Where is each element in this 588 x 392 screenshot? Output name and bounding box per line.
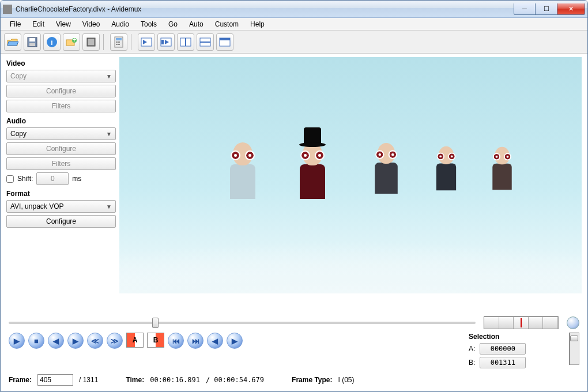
- save-icon[interactable]: [24, 33, 41, 51]
- audio-filters-button[interactable]: Filters: [6, 157, 116, 170]
- stop-button[interactable]: ■: [28, 333, 44, 349]
- layout1-icon[interactable]: [138, 33, 155, 51]
- format-combo[interactable]: AVI, unpack VOP▼: [6, 200, 116, 213]
- timeline-thumb[interactable]: [152, 318, 159, 328]
- audio-codec-value: Copy: [10, 130, 27, 138]
- menu-video[interactable]: Video: [77, 19, 105, 29]
- audio-shift-checkbox[interactable]: [6, 175, 14, 183]
- svg-rect-20: [161, 40, 164, 44]
- video-preview: [119, 57, 582, 293]
- menu-custom[interactable]: Custom: [209, 19, 244, 29]
- svg-rect-11: [116, 38, 122, 40]
- next-frame-button[interactable]: ▶: [67, 333, 84, 349]
- timeline-slider[interactable]: [9, 322, 476, 324]
- svg-text:+: +: [72, 37, 76, 44]
- layout4-icon[interactable]: [197, 33, 214, 51]
- audio-section-head: Audio: [6, 115, 116, 125]
- frametype-label: Frame Type:: [292, 376, 332, 384]
- open-icon[interactable]: [4, 33, 21, 51]
- shift-value-input[interactable]: 0: [36, 172, 69, 185]
- jog-wheel[interactable]: [484, 316, 559, 329]
- audio-configure-button[interactable]: Configure: [6, 142, 116, 155]
- set-marker-b-button[interactable]: B: [147, 333, 164, 348]
- menu-view[interactable]: View: [50, 19, 77, 29]
- selection-b-label: B:: [469, 359, 475, 367]
- menu-tools[interactable]: Tools: [135, 19, 163, 29]
- menu-help[interactable]: Help: [244, 19, 270, 29]
- prev-black-button[interactable]: ◀: [207, 333, 223, 349]
- next-black-button[interactable]: ▶: [227, 333, 243, 349]
- maximize-button[interactable]: ☐: [536, 3, 557, 15]
- chevron-down-icon: ▼: [106, 73, 112, 80]
- film-icon[interactable]: [82, 33, 100, 51]
- toolbar-separator: [131, 34, 134, 50]
- prev-keyframe-button[interactable]: ⏮: [168, 333, 184, 349]
- layout5-icon[interactable]: [216, 33, 233, 51]
- append-icon[interactable]: +: [63, 33, 80, 51]
- volume-slider[interactable]: [569, 333, 579, 365]
- window-title: CharlieChocolateFactory.divx - Avidemux: [16, 5, 514, 13]
- svg-rect-14: [116, 44, 118, 45]
- layout2-icon[interactable]: [157, 33, 175, 51]
- format-configure-button[interactable]: Configure: [6, 215, 116, 228]
- svg-rect-1: [29, 38, 35, 42]
- format-section-head: Format: [6, 187, 116, 198]
- time-total: / 00:00:54.679: [206, 376, 264, 384]
- prev-frame-button[interactable]: ◀: [48, 333, 64, 349]
- svg-rect-13: [118, 42, 120, 43]
- next-keyframe-button[interactable]: ⏭: [187, 333, 203, 349]
- calculator-icon[interactable]: [110, 33, 127, 51]
- audio-codec-combo[interactable]: Copy▼: [6, 127, 116, 140]
- video-codec-value: Copy: [10, 72, 27, 80]
- video-configure-button[interactable]: Configure: [6, 85, 116, 97]
- jog-reset-button[interactable]: [567, 316, 579, 329]
- svg-text:i: i: [51, 39, 52, 47]
- minimize-button[interactable]: ─: [514, 3, 536, 15]
- fastfwd-button[interactable]: ≫: [107, 333, 123, 349]
- selection-head: Selection: [469, 333, 561, 341]
- svg-rect-15: [118, 44, 120, 45]
- toolbar-separator: [103, 34, 107, 50]
- format-value: AVI, unpack VOP: [10, 202, 64, 210]
- chevron-down-icon: ▼: [106, 203, 112, 210]
- video-codec-combo[interactable]: Copy▼: [6, 70, 116, 82]
- video-filters-button[interactable]: Filters: [6, 100, 116, 112]
- menu-audio[interactable]: Audio: [105, 19, 135, 29]
- time-current: 00:00:16.891: [150, 376, 200, 384]
- layout3-icon[interactable]: [177, 33, 194, 51]
- shift-unit: ms: [72, 175, 81, 183]
- titlebar: CharlieChocolateFactory.divx - Avidemux …: [1, 1, 587, 18]
- svg-rect-2: [29, 43, 35, 46]
- shift-label: Shift:: [17, 175, 33, 183]
- chevron-down-icon: ▼: [106, 131, 112, 137]
- frame-label: Frame:: [9, 376, 32, 384]
- menu-auto[interactable]: Auto: [183, 19, 209, 29]
- menu-go[interactable]: Go: [163, 19, 183, 29]
- frame-input[interactable]: [37, 374, 73, 386]
- selection-a-label: A:: [469, 345, 475, 353]
- menu-edit[interactable]: Edit: [27, 19, 50, 29]
- info-icon[interactable]: i: [43, 33, 61, 51]
- rewind-button[interactable]: ≪: [87, 333, 103, 349]
- svg-rect-12: [116, 42, 118, 43]
- frame-total: / 1311: [79, 376, 98, 384]
- selection-b-value[interactable]: 001311: [480, 357, 526, 368]
- selection-a-value[interactable]: 000000: [480, 343, 526, 355]
- app-icon: [3, 5, 12, 14]
- menubar: File Edit View Video Audio Tools Go Auto…: [1, 18, 587, 31]
- set-marker-a-button[interactable]: A: [126, 333, 144, 348]
- frametype-value: I (05): [338, 376, 355, 384]
- svg-rect-9: [88, 39, 94, 45]
- side-panel: Video Copy▼ Configure Filters Audio Copy…: [6, 57, 116, 310]
- close-button[interactable]: ✕: [557, 3, 585, 15]
- time-label: Time:: [126, 376, 144, 384]
- play-button[interactable]: ▶: [9, 333, 25, 349]
- svg-rect-26: [220, 38, 230, 40]
- menu-file[interactable]: File: [4, 19, 27, 29]
- toolbar: i +: [1, 31, 587, 54]
- transport-controls: ▶ ■ ◀ ▶ ≪ ≫ A B ⏮ ⏭ ◀ ▶: [9, 333, 243, 349]
- video-section-head: Video: [6, 57, 116, 67]
